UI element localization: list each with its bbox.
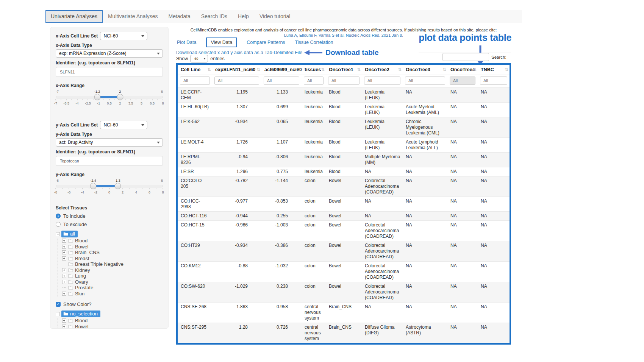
cell-oncotree4: NA [447,103,478,117]
expand-icon[interactable] [62,245,66,249]
column-header-oncotree3[interactable]: OncoTree3⇅ [403,65,447,75]
folder-icon [68,262,73,266]
expand-icon[interactable] [62,318,66,323]
filter-input-oncotree3[interactable] [405,76,445,85]
cell-oncotree3: NA [403,262,447,282]
tree-item-blood[interactable]: Blood [62,318,163,324]
tree-item-lung[interactable]: Lung [62,273,163,279]
tree-item-kidney[interactable]: Kidney [62,267,163,273]
column-header-tnbc[interactable]: TNBC⇅ [478,65,510,75]
sort-icon: ⇅ [257,67,260,72]
filter-input-oncotree1[interactable] [328,76,360,85]
tab-compare-patterns[interactable]: Compare Patterns [247,40,285,45]
cell-oncotree1: Blood [326,138,362,153]
x-cell-line-set-label: x-Axis Cell Line Set [56,33,98,39]
tick-mark [82,188,83,189]
column-header-tissues[interactable]: tissues⇅ [302,65,326,75]
filter-input-tnbc[interactable] [480,76,507,85]
tick-mark [163,188,163,189]
expand-icon[interactable] [62,325,66,329]
filter-input-tissues[interactable] [304,76,324,85]
collapse-icon[interactable] [56,232,60,236]
cell-oncotree1: Blood [326,117,362,138]
nav-item-search-ids[interactable]: Search IDs [196,10,233,23]
expand-icon[interactable] [62,274,66,278]
expand-icon[interactable] [62,250,66,254]
x-range-slider[interactable]: -78-1.22-7-5.5-4-2.5-10.523.556.58 [56,90,163,108]
cell-oncotree4: NA [447,197,478,212]
expand-icon[interactable] [62,280,66,284]
tree-item-ovary[interactable]: Ovary [62,279,163,285]
x-data-type-select[interactable]: exp: mRNA Expression (Z-Score) [56,49,163,58]
tree-item-label: Skin [75,291,84,296]
y-cell-line-set-select[interactable]: NCI-60 [100,121,147,129]
cell-act609699-nci60: -0.806 [261,153,302,167]
folder-icon [68,274,73,278]
column-header-oncotree4[interactable]: OncoTree4⇅ [447,65,478,75]
cell-act609699-nci60: -1.032 [261,262,302,282]
tree-item-breast-triple-negative[interactable]: Breast Triple Negative [62,261,163,267]
radio-to-exclude[interactable]: To exclude [56,222,163,227]
slider-track[interactable] [56,185,163,187]
column-header-oncotree1[interactable]: OncoTree1⇅ [326,65,362,75]
tree-item-blood[interactable]: Blood [62,238,163,244]
y-data-type-select[interactable]: act: Drug Activity [56,138,163,147]
search-input[interactable] [442,53,489,61]
column-header-act609699-nci60[interactable]: act609699_nci60⇅ [261,65,302,75]
expand-icon[interactable] [62,239,66,243]
slider-track[interactable] [56,96,163,98]
download-link[interactable]: Download selected x and y axis data as a… [176,50,302,55]
y-range-slider[interactable]: -88-2.41.3-8-6-4-202468 [56,179,163,197]
nav-item-help[interactable]: Help [233,10,254,23]
citation-text: CellMinerCDB enables exploration and ana… [176,28,511,32]
filter-input-cell-line[interactable] [180,76,210,85]
nav-item-video-tutorial[interactable]: Video tutorial [254,10,295,23]
radio-selected-icon [56,214,61,218]
expand-icon[interactable] [62,268,66,272]
tree-root-no-selection[interactable]: no_selection [61,311,100,317]
nav-item-metadata[interactable]: Metadata [163,10,195,23]
filter-input-act609699-nci60[interactable] [264,76,299,85]
cell-tnbc: NA [478,323,510,343]
cell-oncotree2: Leukemia (LEUK) [362,117,403,138]
tree-item-skin[interactable]: Skin [62,291,163,297]
x-identifier-input[interactable] [56,67,163,77]
radio-to-include[interactable]: To include [56,213,163,219]
filter-input-oncotree2[interactable] [364,76,400,85]
x-cell-line-set-value: NCI-60 [103,33,118,39]
collapse-icon[interactable] [56,312,60,316]
filter-input-expslfn11-nci60[interactable] [214,76,259,85]
show-color-checkbox-row[interactable]: ✓ Show Color? [56,301,163,307]
cell-oncotree2: NA [362,212,403,221]
tree-item-brain-cns[interactable]: Brain_CNS [62,250,163,256]
sort-icon: ⇅ [297,67,300,72]
filter-input-oncotree4[interactable] [450,76,475,85]
expand-icon[interactable] [62,256,66,261]
cell-cell-line: CO:COLO 205 [178,176,212,197]
column-header-expslfn11-nci60[interactable]: expSLFN11_nci60⇅ [212,65,261,75]
column-header-cell-line[interactable]: Cell Line⇅ [178,65,212,75]
tab-tissue-correlation[interactable]: Tissue Correlation [295,40,333,45]
column-header-label: Cell Line [181,67,200,72]
tree-item-bowel[interactable]: Bowel [62,324,163,329]
tree-item-prostate[interactable]: Prostate [62,285,163,291]
nav-item-univariate-analyses[interactable]: Univariate Analyses [45,10,103,23]
expand-icon[interactable] [62,292,66,296]
tab-plot-data[interactable]: Plot Data [177,40,196,45]
tab-view-data[interactable]: View Data [206,37,237,47]
tick-mark [72,99,72,100]
tree-root-all[interactable]: all [61,231,78,237]
y-identifier-input[interactable] [56,156,163,166]
nav-item-multivariate-analyses[interactable]: Multivariate Analyses [103,10,163,23]
table-row: CO:KM12-0.88-1.032colonBowelColorectal A… [178,262,510,282]
column-header-oncotree2[interactable]: OncoTree2⇅ [362,65,403,75]
filter-cell-expslfn11-nci60 [212,75,261,88]
x-cell-line-set-select[interactable]: NCI-60 [100,32,147,40]
tree-item-breast[interactable]: Breast [62,256,163,262]
cell-oncotree2: Leukemia (LEUK) [362,88,403,103]
tick-mark [61,99,61,100]
cell-oncotree3: NA [403,88,447,103]
sort-icon: ⇅ [357,67,361,72]
tree-item-bowel[interactable]: Bowel [62,244,163,250]
entries-select[interactable]: 60 [190,55,208,62]
